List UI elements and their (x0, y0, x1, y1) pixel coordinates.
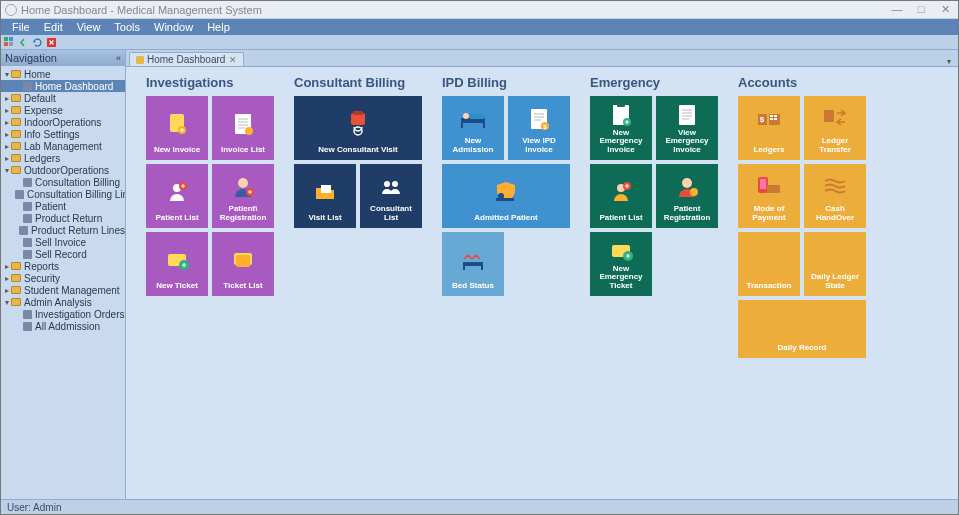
section-accounts: Accounts $Ledgers Ledger Transfer Mode o… (738, 75, 870, 358)
navigation-title: Navigation (5, 52, 57, 64)
svg-point-11 (238, 178, 248, 188)
tile-new-emergency-ticket[interactable]: New Emergency Ticket (590, 232, 652, 296)
svg-rect-0 (4, 37, 8, 41)
tile-view-ipd-invoice[interactable]: $View IPD Invoice (508, 96, 570, 160)
tile-patient-list[interactable]: Patient List (146, 164, 208, 228)
navigation-tree[interactable]: ▾Home Home Dashboard ▸Default ▸Expense ▸… (1, 66, 125, 499)
tree-node-home-dashboard[interactable]: Home Dashboard (1, 80, 125, 92)
menu-view[interactable]: View (70, 21, 108, 33)
svg-rect-48 (770, 115, 773, 117)
tile-ticket-list[interactable]: Ticket List (212, 232, 274, 296)
content-area: Home Dashboard ✕ ▾ Investigations New In… (126, 50, 958, 499)
menu-window[interactable]: Window (147, 21, 200, 33)
svg-text:$: $ (760, 115, 765, 124)
tab-icon (136, 56, 144, 64)
svg-rect-25 (470, 114, 484, 119)
toolbar-icon-1[interactable] (4, 37, 15, 48)
svg-point-43 (690, 188, 698, 196)
svg-rect-34 (463, 266, 465, 270)
tree-node-ledgers[interactable]: ▸Ledgers (1, 152, 125, 164)
tile-new-invoice[interactable]: New Invoice (146, 96, 208, 160)
minimize-button[interactable]: — (888, 3, 906, 16)
pin-icon[interactable]: « (116, 53, 121, 63)
tab-close-icon[interactable]: ✕ (229, 55, 237, 65)
transfer-icon (807, 101, 863, 137)
title-bar: Home Dashboard - Medical Management Syst… (1, 1, 958, 19)
app-icon (5, 4, 17, 16)
tile-mode-of-payment[interactable]: Mode of Payment (738, 164, 800, 228)
svg-rect-1 (9, 37, 13, 41)
tile-new-ticket[interactable]: New Ticket (146, 232, 208, 296)
tile-daily-ledger-state[interactable]: Daily Ledger State (804, 232, 866, 296)
menu-file[interactable]: File (5, 21, 37, 33)
tile-emergency-patient-list[interactable]: Patient List (590, 164, 652, 228)
tile-daily-record[interactable]: Daily Record (738, 300, 866, 358)
tile-ledger-transfer[interactable]: Ledger Transfer (804, 96, 866, 160)
menu-edit[interactable]: Edit (37, 21, 70, 33)
tile-cash-handover[interactable]: Cash HandOver (804, 164, 866, 228)
refresh-icon[interactable] (32, 37, 43, 48)
tree-node-admin[interactable]: ▾Admin Analysis (1, 296, 125, 308)
tab-dropdown-icon[interactable]: ▾ (943, 57, 955, 66)
svg-rect-39 (679, 105, 695, 125)
maximize-button[interactable]: □ (912, 3, 930, 16)
delete-icon[interactable] (46, 37, 57, 48)
section-title: IPD Billing (442, 75, 574, 90)
tree-node-consultation-billing-lines[interactable]: Consultation Billing Lines (1, 188, 125, 200)
tree-node-outdoor[interactable]: ▾OutdoorOperations (1, 164, 125, 176)
menu-tools[interactable]: Tools (107, 21, 147, 33)
invoice-icon (149, 101, 205, 146)
tile-view-emergency-invoice[interactable]: View Emergency Invoice (656, 96, 718, 160)
tree-node-product-return-lines[interactable]: Product Return Lines (1, 224, 125, 236)
tile-new-admission[interactable]: New Admission (442, 96, 504, 160)
payment-icon (741, 169, 797, 205)
tab-home-dashboard[interactable]: Home Dashboard ✕ (129, 52, 244, 66)
tile-ledgers[interactable]: $Ledgers (738, 96, 800, 160)
tree-node-patient[interactable]: Patient (1, 200, 125, 212)
section-consultant: Consultant Billing New Consultant Visit … (294, 75, 426, 358)
stethoscope-icon (297, 101, 419, 146)
tree-node-lab[interactable]: ▸Lab Management (1, 140, 125, 152)
epatient-reg-icon (659, 169, 715, 205)
close-button[interactable]: ✕ (936, 3, 954, 16)
window-title: Home Dashboard - Medical Management Syst… (21, 4, 262, 16)
menu-help[interactable]: Help (200, 21, 237, 33)
svg-point-8 (245, 127, 253, 135)
svg-point-24 (463, 113, 469, 119)
tile-transaction[interactable]: Transaction (738, 232, 800, 296)
back-icon[interactable] (18, 37, 29, 48)
tree-node-sell-record[interactable]: Sell Record (1, 248, 125, 260)
tile-visit-list[interactable]: Visit List (294, 164, 356, 228)
tree-node-all-admission[interactable]: All Addmission (1, 320, 125, 332)
tree-node-info[interactable]: ▸Info Settings (1, 128, 125, 140)
tree-node-reports[interactable]: ▸Reports (1, 260, 125, 272)
tile-consultant-list[interactable]: Consultant List (360, 164, 422, 228)
svg-rect-49 (774, 115, 777, 117)
tree-node-security[interactable]: ▸Security (1, 272, 125, 284)
tile-emergency-patient-registration[interactable]: Patient Registration (656, 164, 718, 228)
tile-new-consultant-visit[interactable]: New Consultant Visit (294, 96, 422, 160)
dashboard-canvas: Investigations New Invoice Invoice List … (126, 66, 958, 499)
section-ipd: IPD Billing New Admission $View IPD Invo… (442, 75, 574, 358)
tile-bed-status[interactable]: Bed Status (442, 232, 504, 296)
status-user: User: Admin (7, 502, 61, 513)
tree-node-sell-invoice[interactable]: Sell Invoice (1, 236, 125, 248)
tree-node-product-return[interactable]: Product Return (1, 212, 125, 224)
window-controls: — □ ✕ (888, 3, 954, 16)
section-emergency: Emergency New Emergency Invoice View Eme… (590, 75, 722, 358)
tree-node-home[interactable]: ▾Home (1, 68, 125, 80)
tree-node-default[interactable]: ▸Default (1, 92, 125, 104)
admitted-icon (445, 169, 567, 214)
tile-patient-registration[interactable]: Patient\ Registration (212, 164, 274, 228)
tree-node-student[interactable]: ▸Student Management (1, 284, 125, 296)
tile-admitted-patient[interactable]: Admitted Patient (442, 164, 570, 228)
navigation-panel: Navigation « ▾Home Home Dashboard ▸Defau… (1, 50, 126, 499)
tree-node-consultation-billing[interactable]: Consultation Billing (1, 176, 125, 188)
tile-new-emergency-invoice[interactable]: New Emergency Invoice (590, 96, 652, 160)
tree-node-expense[interactable]: ▸Expense (1, 104, 125, 116)
transaction-icon (741, 237, 797, 282)
tree-node-investigation-orders[interactable]: Investigation Orders (1, 308, 125, 320)
tree-node-indoor[interactable]: ▸IndoorOperations (1, 116, 125, 128)
epatient-list-icon (593, 169, 649, 214)
tile-invoice-list[interactable]: Invoice List (212, 96, 274, 160)
